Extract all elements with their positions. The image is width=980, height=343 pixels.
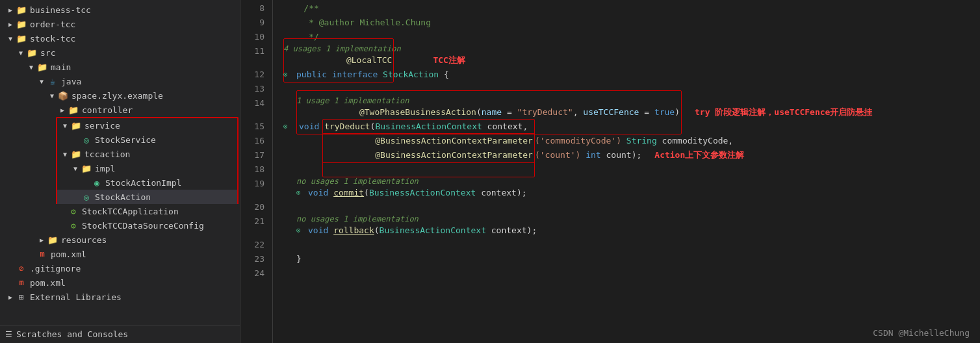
spring-icon-stocktccapplication: ⚙ — [68, 207, 79, 216]
code-block-14: 1 usage 1 implementation @TwoPhaseBusine… — [283, 96, 980, 120]
tree-item-stockaction[interactable]: ▶ ◎ StockAction — [57, 190, 237, 204]
code-line-8: /** — [283, 1, 980, 16]
expand-arrow-external-libraries[interactable]: ▶ — [5, 294, 16, 301]
commodity-code-str: ('commodityCode') — [535, 134, 621, 148]
kw-interface-12: interface — [332, 68, 383, 82]
tree-label-package: space.zlyx.example — [71, 91, 240, 101]
tree-item-pom-root[interactable]: ▶ m pom.xml — [0, 275, 240, 290]
paren-14: ( — [476, 107, 482, 117]
method-rollback: rollback — [333, 223, 374, 238]
tree-label-order-tcc: order-tcc — [30, 19, 240, 29]
folder-icon-order-tcc: 📁 — [16, 19, 27, 29]
folder-icon-src: 📁 — [26, 48, 38, 58]
tree-item-gitignore[interactable]: ▶ ⊘ .gitignore — [0, 261, 240, 275]
tree-item-package[interactable]: ▼ 📦 space.zlyx.example — [0, 88, 240, 103]
type-stockaction-12: StockAction — [383, 68, 444, 82]
expand-arrow-business-tcc[interactable]: ▶ — [5, 6, 16, 14]
tree-item-stockactionimpl[interactable]: ▶ ◉ StockActionImpl — [57, 175, 237, 190]
paren-21: ( — [374, 223, 380, 238]
comma-14: , — [573, 107, 584, 117]
folder-icon-controller: 📁 — [68, 105, 79, 115]
folder-icon-main: 📁 — [36, 62, 48, 72]
scratches-label: Scratches and Consoles — [16, 329, 128, 339]
maven-icon-pom-root: m — [16, 278, 27, 287]
code-line-17: @BusinessActionContextParameter ('count'… — [283, 148, 980, 162]
param-commoditycode: commodityCode, — [662, 134, 734, 148]
expand-arrow-package[interactable]: ▼ — [47, 92, 57, 99]
tree-item-tccaction[interactable]: ▼ 📁 tccaction — [57, 147, 237, 161]
tree-label-gitignore: .gitignore — [30, 264, 240, 273]
expand-arrow-impl[interactable]: ▼ — [70, 165, 81, 172]
cparen-14: ) — [675, 107, 680, 117]
callout-action-context: Action上下文参数注解 — [654, 148, 744, 162]
tree-item-java[interactable]: ▼ ☕ java — [0, 74, 240, 88]
expand-arrow-tccaction[interactable]: ▼ — [60, 151, 70, 158]
tree-item-src[interactable]: ▼ 📁 src — [0, 45, 240, 60]
tree-item-order-tcc[interactable]: ▶ 📁 order-tcc — [0, 17, 240, 31]
code-line-22 — [283, 238, 980, 252]
hint-rollback: no usages 1 implementation — [283, 214, 980, 223]
expand-arrow-controller[interactable]: ▶ — [57, 107, 68, 114]
param-21: context); — [486, 223, 537, 238]
tree-item-controller[interactable]: ▶ 📁 controller — [0, 103, 240, 117]
kw-int: int — [586, 148, 606, 162]
expand-arrow-src[interactable]: ▼ — [16, 49, 26, 57]
code-block-21: no usages 1 implementation ⊙ void rollba… — [283, 214, 980, 238]
folder-icon-stock-tcc: 📁 — [16, 34, 27, 44]
class-icon-stockactionimpl: ◉ — [91, 178, 103, 188]
expand-arrow-resources[interactable]: ▶ — [36, 236, 47, 244]
expand-arrow-order-tcc[interactable]: ▶ — [5, 21, 16, 28]
sidebar: ▶ 📁 business-tcc ▶ 📁 order-tcc ▼ 📁 stock… — [0, 0, 240, 343]
tree-item-business-tcc[interactable]: ▶ 📁 business-tcc — [0, 3, 240, 17]
at-sign-14: @TwoPhaseBusinessAction — [359, 107, 476, 117]
gutter-19: ⊙ — [296, 186, 308, 200]
folder-icon-java: ☕ — [47, 77, 58, 86]
code-line-24 — [283, 266, 980, 281]
tree-item-service[interactable]: ▼ 📁 service — [57, 118, 237, 133]
folder-icon-impl: 📁 — [81, 164, 92, 173]
tree-label-resources: resources — [61, 235, 240, 245]
method-commit: commit — [333, 186, 364, 200]
tree-item-stocktccdatasourceconfig[interactable]: ▶ ⚙ StockTCCDataSourceConfig — [0, 218, 240, 233]
param-count: count); — [606, 148, 642, 162]
tree-label-pom-stock: pom.xml — [51, 249, 240, 259]
tree-item-stocktccapplication[interactable]: ▶ ⚙ StockTCCApplication — [0, 204, 240, 218]
code-line-20 — [283, 200, 980, 214]
type-bac-19: BusinessActionContext — [369, 186, 476, 200]
gutter-21: ⊙ — [296, 223, 308, 238]
tree-label-pom-root: pom.xml — [30, 278, 240, 288]
expand-arrow-stock-tcc[interactable]: ▼ — [5, 35, 16, 42]
expand-arrow-service[interactable]: ▼ — [60, 122, 70, 129]
code-block-19: no usages 1 implementation ⊙ void commit… — [283, 177, 980, 200]
brace-open-12: { — [444, 68, 449, 82]
eq-14: = — [502, 107, 517, 117]
tree-item-external-libraries[interactable]: ▶ ⊞ External Libraries — [0, 290, 240, 304]
interface-icon-stockservice: ◎ — [81, 135, 92, 145]
expand-arrow-main[interactable]: ▼ — [26, 64, 36, 71]
tree-item-stock-tcc[interactable]: ▼ 📁 stock-tcc — [0, 31, 240, 45]
eq2-14: = — [639, 107, 654, 117]
callout-tcc: TCC注解 — [433, 53, 465, 68]
tree-label-stocktccdatasourceconfig: StockTCCDataSourceConfig — [82, 221, 240, 231]
tree-label-stockaction: StockAction — [95, 192, 237, 202]
expand-arrow-java[interactable]: ▼ — [36, 78, 47, 85]
gutter-15: ⊙ — [283, 120, 296, 134]
tree-item-pom-stock[interactable]: ▶ m pom.xml — [0, 247, 240, 261]
code-line-19: ⊙ void commit ( BusinessActionContext co… — [283, 186, 980, 200]
annotation-twophase: @TwoPhaseBusinessAction(name = "tryDeduc… — [296, 90, 682, 134]
paren-19: ( — [364, 186, 369, 200]
tree-item-stockservice[interactable]: ▶ ◎ StockService — [57, 133, 237, 147]
tree-item-resources[interactable]: ▶ 📁 resources — [0, 233, 240, 247]
code-line-21: ⊙ void rollback ( BusinessActionContext … — [283, 223, 980, 238]
folder-icon-resources: 📁 — [47, 235, 58, 245]
line-numbers: 8 9 10 11 12 13 14 15 16 17 18 19 20 21 … — [240, 0, 273, 343]
name-attr: name — [482, 107, 502, 117]
type-string-1 — [621, 134, 626, 148]
scratches-bar[interactable]: ☰ Scratches and Consoles — [0, 325, 240, 343]
ann-bap-2-name: @BusinessActionContextParameter — [375, 150, 533, 160]
tree-label-service: service — [84, 121, 237, 131]
tree-item-main[interactable]: ▼ 📁 main — [0, 60, 240, 74]
gutter-12: ⊙ — [283, 68, 296, 82]
type-string-type: String — [626, 134, 662, 148]
tree-item-impl[interactable]: ▼ 📁 impl — [57, 161, 237, 175]
